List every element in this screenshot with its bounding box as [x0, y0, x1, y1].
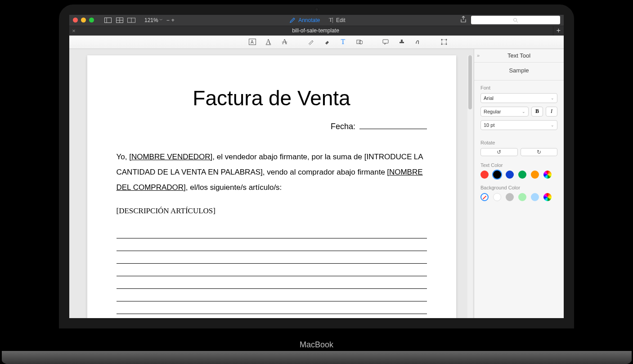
blank-line [117, 264, 427, 276]
text-color-label: Text Color [480, 162, 557, 168]
fecha-label: Fecha: [331, 122, 355, 131]
description-label: [DESCRIPCIÓN ARTÍCULOS] [117, 203, 427, 219]
chevron-down-icon: ⌄ [551, 123, 554, 127]
chevron-down-icon: ﹀ [159, 18, 163, 22]
camera-dot [315, 8, 319, 11]
close-tab-button[interactable]: × [69, 26, 78, 35]
app-window: 121% ﹀ − + Annotate T| Edit [69, 15, 564, 318]
selection-tool[interactable] [440, 38, 448, 46]
document-viewport[interactable]: Factura de Venta Fecha: Yo, [NOMBRE VEND… [69, 49, 474, 318]
edit-mode-button[interactable]: T| Edit [329, 17, 345, 23]
pencil-icon [289, 17, 296, 23]
text-color-swatch-green[interactable] [518, 171, 526, 179]
text-color-swatch-red[interactable] [480, 171, 489, 179]
zoom-dropdown[interactable]: 121% ﹀ [144, 17, 163, 23]
rotate-ccw-button[interactable]: ↺ [480, 148, 518, 156]
svg-line-8 [516, 21, 518, 22]
blank-line [117, 238, 427, 251]
share-button[interactable] [460, 16, 467, 25]
search-input[interactable] [471, 16, 560, 24]
font-size-select[interactable]: 10 pt ⌄ [480, 120, 557, 130]
text-color-panel: Text Color [474, 162, 564, 185]
text-color-swatch-orange[interactable] [531, 171, 539, 179]
description-blank-lines [117, 226, 427, 314]
body-paragraph: Yo, [NOMBRE VENDEDOR], el vendedor abajo… [117, 149, 427, 195]
shape-tool[interactable] [355, 38, 364, 46]
vertical-scrollbar[interactable] [467, 55, 473, 318]
close-window-button[interactable] [73, 18, 78, 22]
font-family-value: Arial [484, 95, 494, 101]
blank-line [117, 226, 427, 238]
svg-text:A: A [251, 40, 254, 45]
rotate-cw-button[interactable]: ↻ [521, 148, 558, 156]
tab-title[interactable]: bill-of-sale-template [78, 27, 553, 34]
zoom-out-button[interactable]: − [166, 17, 170, 23]
add-tab-button[interactable]: + [553, 26, 564, 36]
sidebar-layout-icon[interactable] [104, 17, 112, 23]
bg-color-swatch-none[interactable] [480, 193, 489, 201]
font-size-value: 10 pt [484, 122, 494, 128]
bg-color-swatch-gray[interactable] [506, 193, 514, 201]
collapse-sidebar-icon[interactable]: » [477, 53, 480, 58]
annotation-toolbar: A A A T [69, 36, 564, 49]
text-color-swatch-black[interactable] [493, 171, 501, 179]
zoom-value: 121% [144, 17, 158, 23]
svg-point-12 [359, 40, 363, 44]
edit-label: Edit [336, 17, 346, 23]
seller-name-placeholder: [NOMBRE VENDEDOR] [129, 153, 212, 161]
macbook-frame: 121% ﹀ − + Annotate T| Edit [59, 4, 574, 360]
strikethrough-text-tool[interactable]: A [281, 38, 289, 46]
font-panel: Font Arial ⌄ Regular ⌄ [474, 85, 564, 140]
view-mode-icons [104, 17, 135, 23]
body-text-segment: Yo, [117, 153, 130, 161]
highlight-text-tool[interactable]: A [265, 38, 273, 46]
main-area: Factura de Venta Fecha: Yo, [NOMBRE VEND… [69, 49, 564, 318]
text-color-picker-button[interactable] [543, 171, 552, 179]
svg-point-7 [514, 18, 517, 21]
rotate-label: Rotate [480, 140, 557, 145]
note-tool[interactable] [382, 38, 390, 46]
chevron-down-icon: ⌄ [551, 96, 554, 100]
chevron-down-icon: ⌄ [522, 109, 525, 114]
bg-color-swatch-white[interactable] [493, 193, 501, 201]
maximize-window-button[interactable] [89, 18, 94, 22]
zoom-in-button[interactable]: + [171, 17, 175, 23]
svg-point-18 [445, 44, 447, 45]
font-family-select[interactable]: Arial ⌄ [480, 93, 557, 103]
body-text-segment: , el/los siguiente/s artículo/s: [186, 183, 282, 192]
italic-button[interactable]: I [546, 107, 557, 117]
svg-point-15 [441, 39, 442, 40]
font-style-select[interactable]: Regular ⌄ [480, 107, 529, 117]
stamp-tool[interactable] [398, 38, 406, 46]
svg-point-17 [441, 44, 442, 45]
sidebar-header: » Text Tool [474, 49, 564, 63]
sidebar-title: Text Tool [507, 52, 530, 59]
bg-color-label: Background Color [480, 185, 557, 190]
draw-tool[interactable] [307, 38, 315, 46]
date-blank-line [359, 129, 427, 129]
macbook-label: MacBook [300, 340, 333, 350]
font-style-value: Regular [484, 109, 501, 114]
blank-line [117, 276, 427, 289]
bg-color-swatch-blue[interactable] [531, 193, 539, 201]
text-style-tool[interactable]: A [248, 38, 256, 46]
bg-color-picker-button[interactable] [543, 193, 552, 201]
titlebar: 121% ﹀ − + Annotate T| Edit [69, 15, 564, 26]
minimize-window-button[interactable] [81, 18, 86, 22]
grid-layout-icon[interactable] [116, 17, 124, 23]
text-cursor-icon: T| [329, 17, 333, 23]
bg-color-swatch-green[interactable] [518, 193, 526, 201]
blank-line [117, 251, 427, 264]
annotate-mode-button[interactable]: Annotate [289, 17, 320, 23]
zoom-controls: 121% ﹀ − + [144, 17, 175, 23]
document-page: Factura de Venta Fecha: Yo, [NOMBRE VEND… [87, 55, 456, 318]
svg-rect-14 [442, 40, 446, 44]
traffic-lights [73, 18, 94, 22]
text-color-swatch-blue[interactable] [506, 171, 514, 179]
bold-button[interactable]: B [531, 107, 543, 117]
eraser-tool[interactable] [323, 38, 331, 46]
svg-rect-13 [383, 40, 388, 43]
signature-tool[interactable] [414, 38, 422, 46]
two-page-layout-icon[interactable] [127, 17, 135, 23]
text-tool[interactable]: T [339, 38, 347, 46]
